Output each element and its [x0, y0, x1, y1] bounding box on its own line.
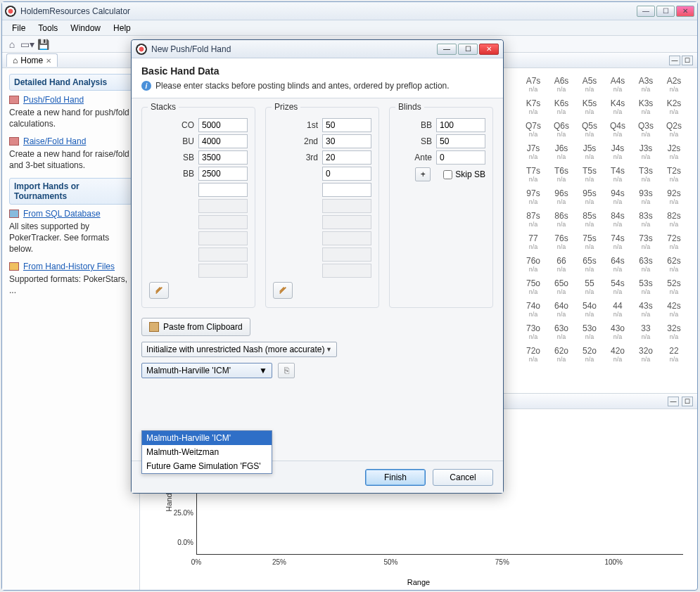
bb-input[interactable] — [436, 118, 485, 132]
sql-link[interactable]: From SQL Database — [23, 209, 101, 219]
hand-cell[interactable]: K7sn/a — [520, 96, 547, 117]
maximize-button[interactable]: ☐ — [656, 6, 675, 17]
hand-cell[interactable]: 63on/a — [548, 321, 575, 342]
hand-cell[interactable]: T4sn/a — [604, 164, 631, 185]
hand-cell[interactable]: J4sn/a — [604, 141, 631, 162]
hand-cell[interactable]: J7sn/a — [520, 141, 547, 162]
prize-input[interactable] — [322, 118, 371, 132]
prize-input[interactable] — [322, 150, 371, 165]
dropdown-option[interactable]: Malmuth-Harville 'ICM' — [142, 431, 272, 445]
hand-cell[interactable]: 93sn/a — [632, 186, 659, 207]
menu-window[interactable]: Window — [65, 21, 106, 35]
close-tab-icon[interactable]: ✕ — [46, 57, 51, 65]
hand-cell[interactable]: 44n/a — [604, 299, 631, 320]
hand-cell[interactable]: 97sn/a — [520, 186, 547, 207]
hand-cell[interactable]: J5sn/a — [576, 141, 603, 162]
dropdown-option[interactable]: Malmuth-Weitzman — [142, 445, 272, 459]
hand-cell[interactable]: Q4sn/a — [604, 119, 631, 140]
nav-icon[interactable]: ⌂ — [6, 39, 18, 50]
panel-min-icon[interactable]: — — [669, 56, 680, 65]
hand-cell[interactable]: 85sn/a — [576, 209, 603, 230]
add-blind-button[interactable]: + — [415, 167, 431, 181]
hand-cell[interactable]: 75sn/a — [576, 231, 603, 252]
panel-max-icon[interactable]: ☐ — [682, 397, 693, 406]
hand-cell[interactable]: 54on/a — [576, 299, 603, 320]
hand-cell[interactable]: 53on/a — [576, 321, 603, 342]
hand-cell[interactable]: 76sn/a — [548, 231, 575, 252]
hand-cell[interactable]: 86sn/a — [548, 209, 575, 230]
hand-cell[interactable]: 73on/a — [520, 321, 547, 342]
hand-cell[interactable]: 83sn/a — [632, 209, 659, 230]
hand-cell[interactable]: Q6sn/a — [548, 119, 575, 140]
hand-cell[interactable]: 52sn/a — [661, 276, 687, 297]
hand-cell[interactable]: 33n/a — [632, 321, 659, 342]
dropdown-option[interactable]: Future Game Simulation 'FGS' — [142, 459, 272, 473]
hand-cell[interactable]: J2sn/a — [661, 141, 687, 162]
hand-cell[interactable]: 66n/a — [548, 254, 575, 275]
hand-cell[interactable]: 82sn/a — [661, 209, 687, 230]
hand-cell[interactable]: 64sn/a — [604, 254, 631, 275]
hand-cell[interactable]: 65on/a — [548, 276, 575, 297]
hand-cell[interactable]: 75on/a — [520, 276, 547, 297]
dialog-close-button[interactable]: ✕ — [479, 44, 499, 55]
minimize-button[interactable]: — — [637, 6, 655, 17]
stack-input[interactable] — [198, 183, 248, 197]
hand-cell[interactable]: 42sn/a — [661, 299, 687, 320]
hand-cell[interactable]: 43sn/a — [632, 299, 659, 320]
clear-prizes-button[interactable] — [273, 282, 293, 299]
hand-cell[interactable]: 32on/a — [632, 344, 659, 365]
stack-input[interactable] — [198, 167, 248, 181]
hand-cell[interactable]: K2sn/a — [661, 96, 687, 117]
finish-button[interactable]: Finish — [365, 469, 426, 486]
hand-cell[interactable]: T3sn/a — [632, 164, 659, 185]
prize-input[interactable] — [322, 134, 371, 148]
hh-link[interactable]: From Hand-History Files — [23, 262, 115, 271]
init-method-combo[interactable]: Initialize with unrestricted Nash (more … — [141, 342, 337, 357]
hand-cell[interactable]: 76on/a — [520, 254, 547, 275]
hand-cell[interactable]: 62sn/a — [661, 254, 687, 275]
hand-cell[interactable]: 95sn/a — [576, 186, 603, 207]
hand-cell[interactable]: T7sn/a — [520, 164, 547, 185]
copy-button[interactable]: ⎘ — [278, 363, 295, 378]
hand-cell[interactable]: 74sn/a — [604, 231, 631, 252]
hand-cell[interactable]: J6sn/a — [548, 141, 575, 162]
hand-cell[interactable]: 74on/a — [520, 299, 547, 320]
raisefold-link[interactable]: Raise/Fold Hand — [23, 136, 86, 146]
hand-cell[interactable]: Q3sn/a — [632, 119, 659, 140]
stack-input[interactable] — [198, 134, 248, 148]
hand-cell[interactable]: 42on/a — [604, 344, 631, 365]
dialog-maximize-button[interactable]: ☐ — [458, 44, 478, 55]
hand-cell[interactable]: 73sn/a — [632, 231, 659, 252]
stack-input[interactable] — [198, 150, 248, 165]
hand-cell[interactable]: J3sn/a — [632, 141, 659, 162]
hand-cell[interactable]: 92sn/a — [661, 186, 687, 207]
hand-cell[interactable]: K5sn/a — [576, 96, 603, 117]
skip-sb-checkbox[interactable] — [443, 170, 452, 179]
hand-cell[interactable]: 54sn/a — [604, 276, 631, 297]
dialog-minimize-button[interactable]: — — [437, 44, 457, 55]
hand-cell[interactable]: K4sn/a — [604, 96, 631, 117]
ante-input[interactable] — [436, 150, 485, 165]
hand-cell[interactable]: 64on/a — [548, 299, 575, 320]
prize-input[interactable] — [322, 167, 371, 181]
sb-input[interactable] — [436, 134, 485, 148]
save-icon[interactable]: 💾 — [37, 39, 49, 50]
hand-cell[interactable]: K3sn/a — [632, 96, 659, 117]
hand-cell[interactable]: 72sn/a — [661, 231, 687, 252]
hand-cell[interactable]: 72on/a — [520, 344, 547, 365]
home-tab[interactable]: ⌂ Home ✕ — [6, 53, 58, 67]
hand-cell[interactable]: Q2sn/a — [661, 119, 687, 140]
pushfold-link[interactable]: Push/Fold Hand — [23, 95, 84, 105]
menu-tools[interactable]: Tools — [32, 21, 63, 35]
hand-cell[interactable]: T5sn/a — [576, 164, 603, 185]
hand-cell[interactable]: K6sn/a — [548, 96, 575, 117]
hand-cell[interactable]: 32sn/a — [661, 321, 687, 342]
hand-cell[interactable]: A7sn/a — [520, 74, 547, 95]
hand-cell[interactable]: 53sn/a — [632, 276, 659, 297]
hand-cell[interactable]: 55n/a — [576, 276, 603, 297]
menu-help[interactable]: Help — [108, 21, 136, 35]
hand-cell[interactable]: 65sn/a — [576, 254, 603, 275]
clear-stacks-button[interactable] — [149, 282, 169, 299]
stack-input[interactable] — [198, 118, 248, 132]
paste-clipboard-button[interactable]: Paste from Clipboard — [141, 318, 250, 336]
